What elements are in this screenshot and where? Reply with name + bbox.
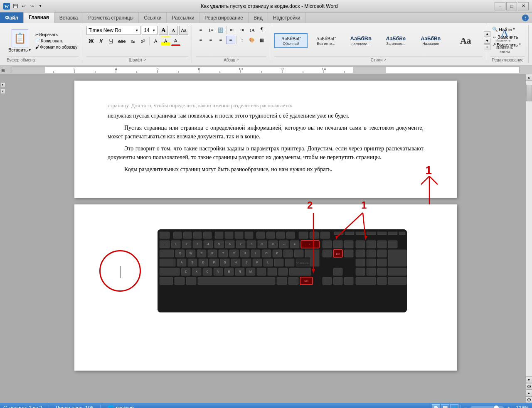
font-shrink-button[interactable]: A bbox=[169, 26, 178, 35]
strikethrough-button[interactable]: abe bbox=[116, 37, 127, 46]
styles-expand-icon[interactable]: ↗ bbox=[384, 58, 387, 62]
bold-button[interactable]: Ж bbox=[86, 37, 96, 46]
increase-indent-button[interactable]: ⇥ bbox=[237, 26, 246, 34]
keyboard-wrapper: ~ 1 2 3 4 5 6 7 8 9 bbox=[158, 229, 432, 312]
find-button[interactable]: 🔍 Найти * bbox=[490, 26, 517, 33]
tab-review[interactable]: Рецензирование bbox=[200, 12, 249, 23]
print-view-button[interactable]: 📄 bbox=[432, 404, 440, 408]
next-page-button[interactable]: ⊙ bbox=[526, 396, 532, 403]
style-heading1[interactable]: АаБбВв Заголово... bbox=[344, 33, 377, 49]
font-size-selector[interactable]: 14 ▼ bbox=[142, 26, 158, 35]
font-grow-button[interactable]: A bbox=[159, 26, 168, 35]
decrease-indent-button[interactable]: ⇤ bbox=[227, 26, 236, 34]
svg-rect-130 bbox=[288, 277, 298, 285]
svg-rect-37 bbox=[256, 232, 265, 238]
tab-view[interactable]: Вид bbox=[249, 12, 268, 23]
svg-text:G: G bbox=[224, 261, 226, 264]
zoom-out-button[interactable]: − bbox=[462, 405, 469, 408]
cut-button[interactable]: ✂Вырезать bbox=[34, 32, 79, 37]
help-button[interactable]: ? bbox=[522, 15, 529, 21]
select-browse-button[interactable]: ● bbox=[526, 390, 532, 396]
text-highlight-button[interactable]: A bbox=[161, 37, 170, 46]
svg-text:X: X bbox=[196, 270, 198, 273]
font-size-dropdown-icon[interactable]: ▼ bbox=[152, 29, 155, 32]
close-button[interactable]: ✕ bbox=[518, 2, 529, 10]
maximize-button[interactable]: □ bbox=[506, 2, 517, 10]
format-painter-button[interactable]: 🖌Формат по образцу bbox=[34, 44, 79, 50]
scroll-thumb[interactable] bbox=[526, 85, 532, 101]
editing-label: Редактирование bbox=[490, 57, 525, 62]
title-bar-left: W 💾 ↩ ↪ ▼ bbox=[3, 2, 44, 10]
underline-button[interactable]: Ч bbox=[106, 37, 116, 46]
shading-button[interactable]: 🎨 bbox=[247, 36, 256, 44]
margin-btn2[interactable]: ▾ bbox=[0, 89, 5, 94]
minimize-button[interactable]: – bbox=[495, 2, 505, 10]
line-spacing-button[interactable]: ↕ bbox=[237, 36, 246, 44]
tab-addins[interactable]: Надстройки bbox=[268, 12, 306, 23]
tab-layout[interactable]: Разметка страницы bbox=[83, 12, 139, 23]
save-icon[interactable]: 💾 bbox=[12, 2, 19, 10]
svg-text:B: B bbox=[228, 270, 230, 273]
select-button[interactable]: ↗ Выделить * bbox=[490, 41, 522, 48]
borders-button[interactable]: ▦ bbox=[257, 36, 266, 44]
qa-dropdown-icon[interactable]: ▼ bbox=[37, 2, 44, 10]
svg-rect-45 bbox=[345, 232, 354, 235]
align-justify-button[interactable]: ≡ bbox=[226, 36, 235, 44]
scroll-down-button[interactable]: ▼ bbox=[526, 376, 532, 383]
keyboard-svg: ~ 1 2 3 4 5 6 7 8 9 bbox=[158, 229, 407, 312]
italic-button[interactable]: К bbox=[96, 37, 106, 46]
multilevel-list-button[interactable]: 🔢 bbox=[216, 26, 225, 34]
copy-button[interactable]: 📄Копировать bbox=[34, 38, 79, 44]
svg-rect-43 bbox=[320, 232, 330, 238]
scroll-up-button[interactable]: ▲ bbox=[526, 74, 532, 81]
font-expand-icon[interactable]: ↗ bbox=[143, 58, 146, 62]
prev-page-button[interactable]: ⊙ bbox=[526, 383, 532, 390]
redo-icon[interactable]: ↪ bbox=[28, 2, 36, 10]
font-name-dropdown-icon[interactable]: ▼ bbox=[135, 29, 138, 32]
document-scroll-area[interactable]: страницу. Для того, чтобы определить, ка… bbox=[6, 74, 525, 403]
tab-references[interactable]: Ссылки bbox=[139, 12, 167, 23]
sort-button[interactable]: ↕A bbox=[247, 26, 256, 34]
style-heading2[interactable]: АаБбВв Заголово... bbox=[379, 33, 412, 48]
show-formatting-button[interactable]: ¶ bbox=[257, 26, 266, 34]
undo-icon[interactable]: ↩ bbox=[20, 2, 27, 10]
svg-rect-42 bbox=[310, 232, 319, 238]
align-right-button[interactable]: ≡ bbox=[216, 36, 225, 44]
svg-rect-133 bbox=[333, 277, 342, 285]
clear-format-button[interactable]: Aa bbox=[179, 26, 188, 35]
margin-btn1[interactable]: ▸ bbox=[0, 82, 5, 87]
tab-home[interactable]: Главная bbox=[24, 12, 54, 23]
align-left-button[interactable]: ≡ bbox=[196, 36, 205, 44]
vertical-scrollbar[interactable]: ▲ ▼ ⊙ ● ⊙ bbox=[525, 74, 532, 403]
style-normal[interactable]: АаБбВвГ Обычный bbox=[274, 33, 308, 48]
subscript-button[interactable]: x₂ bbox=[128, 37, 138, 46]
scroll-track[interactable] bbox=[526, 81, 532, 376]
paste-button[interactable]: 📋 Вставить ▼ bbox=[7, 28, 33, 53]
superscript-button[interactable]: x² bbox=[138, 37, 148, 46]
zoom-slider[interactable] bbox=[470, 406, 504, 408]
fullscreen-button[interactable]: ⬜ bbox=[441, 404, 449, 408]
font-color-button[interactable]: A bbox=[171, 37, 180, 46]
svg-rect-102 bbox=[274, 259, 283, 266]
zoom-in-button[interactable]: + bbox=[505, 405, 512, 408]
svg-rect-128 bbox=[198, 277, 275, 285]
page1-para3: Это говорит о том, что такие настройки з… bbox=[108, 144, 424, 162]
align-center-button[interactable]: ≡ bbox=[206, 36, 215, 44]
zoom-thumb[interactable] bbox=[494, 406, 499, 408]
replace-button[interactable]: ↔ Заменить bbox=[490, 34, 520, 40]
tab-insert[interactable]: Вставка bbox=[54, 12, 84, 23]
style-default[interactable]: Аа bbox=[449, 34, 482, 48]
language[interactable]: 🌐 русский bbox=[107, 405, 134, 408]
tab-mailings[interactable]: Рассылки bbox=[167, 12, 200, 23]
web-view-button[interactable]: 🌐 bbox=[450, 404, 458, 408]
style-no-spacing[interactable]: АаБбВвГ Без инте... bbox=[309, 33, 342, 48]
bullets-button[interactable]: ≡ bbox=[196, 26, 205, 34]
numbering-button[interactable]: 1≡ bbox=[206, 26, 215, 34]
ruler-left-btn[interactable]: ⊞ bbox=[0, 66, 6, 74]
tab-file[interactable]: Файл bbox=[0, 12, 24, 23]
para-expand-icon[interactable]: ↗ bbox=[236, 58, 239, 62]
text-effects-button[interactable]: A bbox=[151, 37, 160, 46]
style-title[interactable]: АаБбВв Название bbox=[414, 33, 447, 48]
paste-dropdown-icon[interactable]: ▼ bbox=[28, 48, 32, 52]
font-name-selector[interactable]: Times New Ro ▼ bbox=[86, 26, 140, 35]
